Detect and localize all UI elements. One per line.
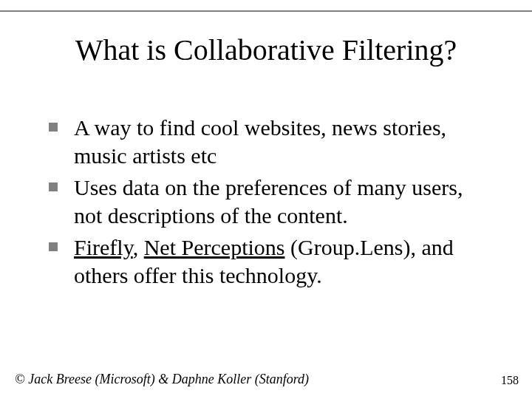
list-item: A way to find cool websites, news storie… [44,114,495,169]
square-bullet-icon [49,183,58,191]
bullet-sep: , [133,235,144,259]
square-bullet-icon [49,123,58,132]
link-firefly[interactable]: Firefly [74,235,133,259]
footer-credit: © Jack Breese (Microsoft) & Daphne Kolle… [15,372,309,387]
top-rule [0,10,532,12]
slide-body: A way to find cool websites, news storie… [44,114,495,293]
link-net-perceptions[interactable]: Net Perceptions [144,235,285,259]
square-bullet-icon [49,242,58,251]
bullet-text: Uses data on the preferences of many use… [74,175,463,228]
slide: What is Collaborative Filtering? A way t… [0,0,532,399]
page-number: 158 [501,374,519,387]
list-item: Firefly, Net Perceptions (Group.Lens), a… [44,233,495,289]
bullet-text: A way to find cool websites, news storie… [74,115,446,168]
list-item: Uses data on the preferences of many use… [44,174,495,229]
slide-title: What is Collaborative Filtering? [0,33,532,67]
